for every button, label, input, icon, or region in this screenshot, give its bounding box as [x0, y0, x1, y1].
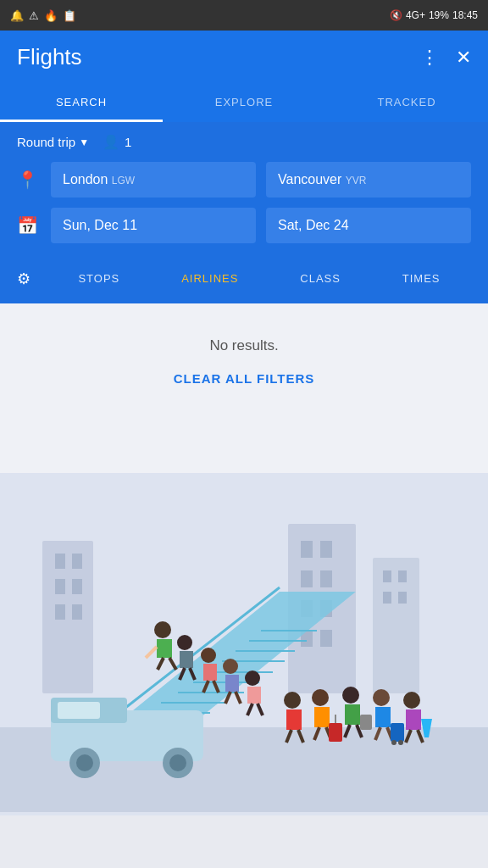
- fire-icon: 🔥: [44, 9, 58, 22]
- svg-rect-44: [157, 639, 172, 658]
- svg-point-85: [398, 740, 403, 745]
- date-row: 📅 Sun, Dec 11 Sat, Dec 24: [17, 208, 471, 243]
- svg-point-74: [342, 687, 359, 704]
- time-text: 18:45: [452, 9, 478, 21]
- filter-class[interactable]: CLASS: [295, 265, 346, 292]
- svg-rect-80: [375, 707, 391, 727]
- svg-point-64: [284, 692, 301, 709]
- filter-stops[interactable]: STOPS: [73, 265, 125, 292]
- svg-rect-42: [58, 702, 100, 719]
- svg-point-84: [391, 740, 396, 745]
- filter-airlines[interactable]: AIRLINES: [176, 265, 243, 292]
- app-header: Flights ⋮ ✕: [0, 31, 488, 84]
- status-bar-left: 🔔 ⚠ 🔥 📋: [10, 9, 76, 22]
- app-title: Flights: [17, 44, 82, 70]
- close-button[interactable]: ✕: [456, 47, 471, 69]
- svg-rect-4: [55, 579, 65, 594]
- svg-rect-20: [383, 592, 391, 604]
- svg-rect-87: [406, 709, 421, 730]
- no-results-text: No results.: [209, 337, 278, 354]
- clear-all-filters-button[interactable]: CLEAR ALL FILTERS: [174, 371, 315, 386]
- passenger-count: 1: [125, 135, 131, 149]
- svg-rect-83: [391, 723, 404, 742]
- trip-options-row: Round trip ▼ 👤 1: [17, 134, 471, 150]
- main-tabs: SEARCH EXPLORE TRACKED: [0, 84, 488, 122]
- svg-rect-53: [203, 664, 217, 681]
- svg-rect-16: [320, 630, 332, 647]
- adjust-filters-icon[interactable]: ⚙: [17, 270, 47, 288]
- alarm-icon: ⚠: [29, 9, 39, 22]
- svg-point-48: [177, 635, 192, 650]
- depart-date-input[interactable]: Sun, Dec 11: [51, 208, 256, 243]
- search-section: Round trip ▼ 👤 1 📍 London LGW Vancouver …: [0, 122, 488, 265]
- svg-point-52: [201, 648, 216, 663]
- svg-point-86: [403, 692, 420, 709]
- results-section: No results. CLEAR ALL FILTERS: [0, 303, 488, 473]
- svg-rect-78: [360, 715, 372, 730]
- location-pin-icon: 📍: [17, 170, 41, 190]
- filter-tabs: STOPS AIRLINES CLASS TIMES: [47, 265, 471, 292]
- svg-rect-49: [180, 651, 193, 668]
- airport-illustration: [0, 473, 488, 812]
- svg-rect-1: [42, 541, 93, 693]
- svg-rect-18: [383, 570, 391, 582]
- battery-text: 19%: [429, 9, 449, 21]
- person-icon: 👤: [103, 134, 119, 150]
- svg-rect-75: [345, 704, 360, 725]
- svg-point-60: [245, 670, 260, 686]
- svg-rect-10: [320, 541, 332, 558]
- mute-icon: 🔇: [390, 9, 402, 21]
- svg-rect-12: [320, 570, 332, 587]
- location-row: 📍 London LGW Vancouver YVR: [17, 162, 471, 198]
- chevron-down-icon: ▼: [79, 136, 89, 148]
- signal-text: 4G+: [406, 9, 425, 21]
- svg-rect-11: [301, 570, 313, 587]
- notification-icon: 🔔: [10, 9, 24, 22]
- status-bar-right: 🔇 4G+ 19% 18:45: [390, 9, 478, 21]
- status-bar: 🔔 ⚠ 🔥 📋 🔇 4G+ 19% 18:45: [0, 0, 488, 31]
- filter-times[interactable]: TIMES: [397, 265, 446, 292]
- filter-row: ⚙ STOPS AIRLINES CLASS TIMES: [0, 265, 488, 303]
- tab-tracked[interactable]: TRACKED: [325, 84, 488, 120]
- trip-type-label: Round trip: [17, 135, 75, 149]
- svg-rect-5: [72, 579, 82, 594]
- svg-rect-65: [286, 709, 302, 730]
- return-date-input[interactable]: Sat, Dec 24: [266, 208, 471, 243]
- svg-rect-17: [373, 558, 419, 693]
- svg-point-56: [223, 659, 238, 674]
- tab-search[interactable]: SEARCH: [0, 84, 163, 120]
- more-menu-button[interactable]: ⋮: [420, 47, 439, 69]
- svg-rect-72: [329, 723, 342, 742]
- svg-rect-69: [314, 707, 330, 727]
- svg-rect-6: [55, 604, 65, 620]
- svg-rect-61: [247, 687, 261, 704]
- svg-rect-19: [398, 570, 407, 582]
- svg-rect-57: [225, 675, 239, 692]
- svg-rect-9: [301, 541, 313, 558]
- calendar-icon: 📅: [17, 215, 41, 236]
- passengers-selector[interactable]: 👤 1: [103, 134, 131, 150]
- svg-point-43: [154, 621, 171, 638]
- svg-point-79: [373, 689, 390, 706]
- svg-rect-2: [55, 554, 65, 569]
- svg-rect-3: [72, 554, 82, 569]
- svg-point-39: [76, 754, 93, 771]
- svg-point-68: [312, 689, 329, 706]
- svg-rect-7: [72, 604, 82, 620]
- app-icon: 📋: [63, 9, 76, 22]
- origin-input[interactable]: London LGW: [51, 162, 256, 198]
- illustration-area: [0, 473, 488, 815]
- destination-input[interactable]: Vancouver YVR: [266, 162, 471, 198]
- header-actions: ⋮ ✕: [420, 47, 471, 69]
- trip-type-selector[interactable]: Round trip ▼: [17, 135, 89, 149]
- tab-explore[interactable]: EXPLORE: [163, 84, 325, 120]
- svg-point-41: [169, 754, 186, 771]
- svg-rect-21: [398, 592, 407, 604]
